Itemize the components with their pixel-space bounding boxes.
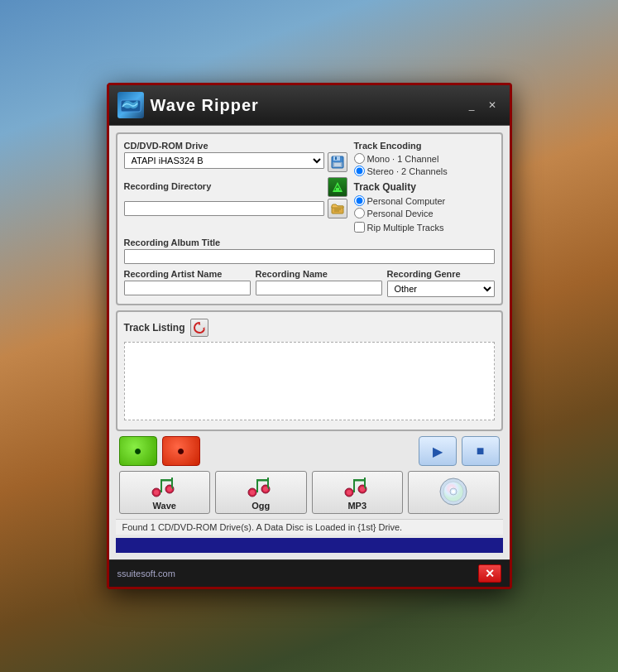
window-body: CD/DVD-ROM Drive ATAPI iHAS324 B [109, 126, 510, 559]
svg-point-36 [452, 490, 455, 493]
ogg-format-label: Ogg [252, 501, 270, 511]
right-controls: ▶ ■ [419, 436, 500, 466]
svg-rect-16 [160, 479, 173, 482]
stereo-radio-row: Stereo · 2 Channels [354, 166, 495, 176]
record-button[interactable]: ● [119, 436, 157, 466]
album-input[interactable]: Album Title [124, 249, 495, 264]
svg-point-18 [167, 487, 172, 492]
pc-radio[interactable] [354, 195, 365, 206]
svg-rect-23 [256, 479, 269, 482]
svg-point-25 [263, 487, 268, 492]
encoding-section: Track Encoding Mono · 1 Channel Stereo ·… [354, 141, 495, 176]
mp3-format-label: MP3 [347, 501, 366, 511]
stereo-label: Stereo · 2 Channels [367, 166, 448, 176]
rip-multiple-checkbox[interactable] [354, 222, 365, 233]
top-section-row: CD/DVD-ROM Drive ATAPI iHAS324 B [124, 141, 495, 233]
genre-select-wrap: Other Rock Pop Jazz Classical Electronic [387, 281, 495, 297]
ogg-format-button[interactable]: Ogg [215, 471, 307, 514]
name-section: Recording Name Recording Name [256, 269, 382, 297]
mono-label: Mono · 1 Channel [367, 154, 439, 164]
track-list-textarea[interactable] [124, 342, 495, 420]
dir-row: C:\Windows\Temp [124, 199, 347, 218]
main-panel: CD/DVD-ROM Drive ATAPI iHAS324 B [116, 132, 503, 305]
genre-section: Recording Genre Other Rock Pop Jazz Clas… [387, 269, 495, 297]
rec-name-input[interactable]: Recording Name [256, 281, 382, 295]
artist-label: Recording Artist Name [124, 269, 251, 279]
status-bar: Found 1 CD/DVD-ROM Drive(s). A Data Disc… [116, 519, 503, 535]
left-controls: ● ● [119, 436, 200, 466]
close-button[interactable]: ✕ [478, 564, 501, 583]
progress-bar [116, 538, 503, 553]
wave-format-label: Wave [153, 501, 176, 511]
bottom-fields: Recording Artist Name Artist Name Record… [124, 269, 495, 297]
title-bar-buttons: _ ✕ [464, 98, 501, 113]
dir-section: Recording Directory [124, 177, 347, 218]
left-section: CD/DVD-ROM Drive ATAPI iHAS324 B [124, 141, 347, 233]
desktop: Wave Ripper _ ✕ CD/DVD-ROM Drive [0, 0, 618, 672]
cd-drive-select[interactable]: ATAPI iHAS324 B [124, 152, 324, 169]
cd-drive-label: CD/DVD-ROM Drive [124, 141, 347, 151]
right-section: Track Encoding Mono · 1 Channel Stereo ·… [354, 141, 495, 233]
track-panel-title: Track Listing [124, 322, 185, 334]
svg-point-17 [154, 490, 159, 495]
bottom-bar: ssuitesoft.com ✕ [109, 559, 510, 587]
dir-input-wrap: C:\Windows\Temp [124, 201, 324, 216]
album-label: Recording Album Title [124, 238, 495, 247]
drive-row: ATAPI iHAS324 B [124, 152, 347, 172]
track-panel: Track Listing [116, 310, 503, 431]
dir-label-row: Recording Directory [124, 177, 347, 197]
rec-name-label: Recording Name [256, 269, 382, 279]
genre-select[interactable]: Other Rock Pop Jazz Classical Electronic [387, 281, 495, 297]
dir-label: Recording Directory [124, 181, 212, 191]
pc-radio-row: Personal Computer [354, 195, 495, 206]
close-title-button[interactable]: ✕ [483, 98, 501, 113]
title-bar-left: Wave Ripper [117, 92, 259, 118]
device-radio[interactable] [354, 208, 365, 218]
device-label: Personal Device [367, 209, 434, 218]
rip-multiple-row: Rip Multiple Tracks [354, 222, 495, 233]
format-row: Wave Ogg [116, 471, 503, 514]
save-drive-button[interactable] [328, 152, 347, 172]
stop-button[interactable]: ■ [462, 436, 500, 466]
pc-label: Personal Computer [367, 196, 446, 206]
stop-record-button[interactable]: ● [162, 436, 200, 466]
svg-rect-8 [336, 188, 339, 190]
mono-radio-row: Mono · 1 Channel [354, 153, 495, 164]
track-panel-header: Track Listing [124, 319, 495, 337]
website-url: ssuitesoft.com [117, 569, 175, 578]
controls-row: ● ● ▶ ■ [116, 436, 503, 466]
svg-point-31 [347, 490, 352, 495]
rip-multiple-label: Rip Multiple Tracks [367, 223, 444, 233]
status-message: Found 1 CD/DVD-ROM Drive(s). A Data Disc… [122, 522, 403, 532]
cd-format-button[interactable] [408, 471, 500, 514]
minimize-button[interactable]: _ [464, 98, 480, 113]
artist-section: Recording Artist Name Artist Name [124, 269, 251, 297]
encoding-title: Track Encoding [354, 141, 495, 151]
svg-rect-5 [334, 163, 341, 166]
svg-point-32 [360, 487, 365, 492]
genre-label: Recording Genre [387, 269, 495, 279]
quality-title: Track Quality [354, 181, 495, 193]
quality-section: Track Quality Personal Computer Personal… [354, 181, 495, 233]
wave-format-button[interactable]: Wave [119, 471, 211, 514]
app-title: Wave Ripper [151, 96, 259, 115]
dir-refresh-button[interactable] [328, 177, 347, 197]
svg-rect-3 [335, 157, 337, 161]
play-button[interactable]: ▶ [419, 436, 457, 466]
svg-point-24 [250, 490, 255, 495]
svg-rect-30 [353, 479, 366, 482]
mono-radio[interactable] [354, 153, 365, 164]
track-refresh-button[interactable] [190, 319, 208, 337]
drive-select-wrap: ATAPI iHAS324 B [124, 152, 324, 169]
title-bar: Wave Ripper _ ✕ [109, 85, 510, 126]
album-section: Recording Album Title Album Title [124, 238, 495, 264]
browse-dir-button[interactable] [328, 199, 347, 218]
app-icon [117, 92, 144, 118]
mp3-format-button[interactable]: MP3 [312, 471, 404, 514]
stereo-radio[interactable] [354, 166, 365, 176]
device-radio-row: Personal Device [354, 208, 495, 218]
dir-input[interactable]: C:\Windows\Temp [124, 201, 324, 216]
artist-input[interactable]: Artist Name [124, 281, 251, 295]
app-window: Wave Ripper _ ✕ CD/DVD-ROM Drive [107, 83, 512, 589]
